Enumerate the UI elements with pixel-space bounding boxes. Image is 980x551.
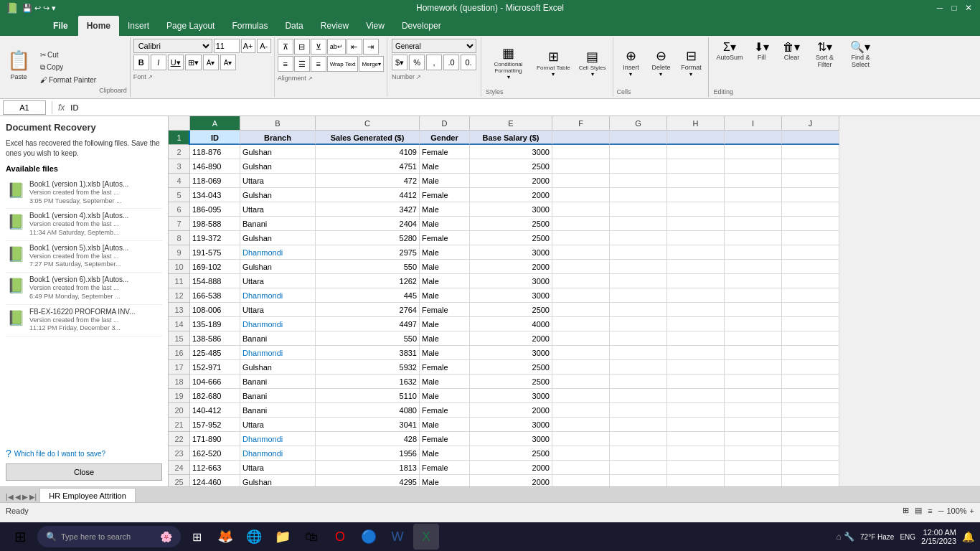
cell-1-J[interactable] [782,131,839,145]
cell-16-G[interactable] [610,346,667,360]
copy-button[interactable]: ⧉ Copy [37,62,99,73]
cell-20-H[interactable] [667,403,725,418]
cell-reference-input[interactable] [3,100,46,115]
cell-22-G[interactable] [610,432,667,446]
cell-23-E[interactable]: 2500 [470,446,552,461]
cell-5-D[interactable]: Female [420,188,470,202]
cell-3-F[interactable] [552,159,610,174]
cell-16-B[interactable]: Dhanmondi [240,346,316,360]
cell-22-B[interactable]: Dhanmondi [240,432,316,446]
font-color-button[interactable]: A▾ [220,55,236,70]
cell-21-H[interactable] [667,418,725,432]
cell-24-E[interactable]: 2000 [470,461,552,475]
cell-2-A[interactable]: 118-876 [190,145,240,159]
cell-24-J[interactable] [782,461,839,475]
cell-20-E[interactable]: 2000 [470,403,552,418]
cell-22-I[interactable] [725,432,782,446]
edge-btn[interactable]: 🌐 [241,524,267,550]
merge-center[interactable]: Merge▾ [359,56,384,72]
cell-10-G[interactable] [610,260,667,274]
cell-17-E[interactable]: 2500 [470,360,552,375]
col-header-b[interactable]: B [240,116,316,131]
cell-23-D[interactable]: Male [420,446,470,461]
firefox-btn[interactable]: 🦊 [212,524,238,550]
cell-6-E[interactable]: 3000 [470,202,552,217]
cell-7-B[interactable]: Banani [240,217,316,231]
cell-6-B[interactable]: Uttara [240,202,316,217]
comma-button[interactable]: , [426,55,442,70]
cell-25-F[interactable] [552,475,610,486]
cell-23-F[interactable] [552,446,610,461]
cell-18-H[interactable] [667,375,725,389]
cell-15-G[interactable] [610,331,667,346]
sheet-last-btn[interactable]: ▶| [29,493,37,501]
cell-18-I[interactable] [725,375,782,389]
excel-btn[interactable]: X [413,524,439,550]
doc-file-item[interactable]: 📗 FB-EX-16220 PROFORMA INV... Version cr… [6,305,162,336]
cell-8-D[interactable]: Female [420,231,470,245]
cell-6-F[interactable] [552,202,610,217]
underline-button[interactable]: U▾ [168,55,184,70]
cell-10-D[interactable]: Male [420,260,470,274]
cell-25-D[interactable]: Male [420,475,470,486]
cell-12-E[interactable]: 3000 [470,288,552,303]
cell-7-G[interactable] [610,217,667,231]
word-btn[interactable]: W [385,524,410,550]
cell-8-E[interactable]: 2500 [470,231,552,245]
italic-button[interactable]: I [151,55,166,70]
cell-17-C[interactable]: 5932 [316,360,420,375]
cell-13-E[interactable]: 2500 [470,303,552,317]
cell-1-F[interactable] [552,131,610,145]
sheet-first-btn[interactable]: |◀ [6,493,14,501]
cell-4-C[interactable]: 472 [316,174,420,188]
cell-14-A[interactable]: 135-189 [190,317,240,331]
cell-4-F[interactable] [552,174,610,188]
cell-14-I[interactable] [725,317,782,331]
cell-1-A[interactable]: ID [190,131,240,145]
cell-24-C[interactable]: 1813 [316,461,420,475]
font-size-input[interactable] [214,39,240,53]
format-dropdown[interactable]: ▾ [689,71,692,77]
maximize-btn[interactable]: □ [948,3,960,13]
cell-5-G[interactable] [610,188,667,202]
cell-20-F[interactable] [552,403,610,418]
cell-19-G[interactable] [610,389,667,403]
cell-25-A[interactable]: 124-460 [190,475,240,486]
cell-9-I[interactable] [725,245,782,260]
cell-4-G[interactable] [610,174,667,188]
autosum-button[interactable]: Σ▾ AutoSum [713,39,745,62]
cell-13-F[interactable] [552,303,610,317]
cell-10-J[interactable] [782,260,839,274]
cell-12-I[interactable] [725,288,782,303]
cell-17-G[interactable] [610,360,667,375]
insert-dropdown[interactable]: ▾ [629,71,632,77]
cell-5-J[interactable] [782,188,839,202]
cell-21-J[interactable] [782,418,839,432]
doc-recovery-help-link[interactable]: ? Which file do I want to save? [6,448,162,459]
cell-15-I[interactable] [725,331,782,346]
cell-19-A[interactable]: 182-680 [190,389,240,403]
currency-button[interactable]: $▾ [392,55,407,70]
cell-11-E[interactable]: 3000 [470,274,552,288]
cell-3-D[interactable]: Male [420,159,470,174]
cell-24-I[interactable] [725,461,782,475]
cell-12-D[interactable]: Male [420,288,470,303]
cell-24-D[interactable]: Female [420,461,470,475]
bold-button[interactable]: B [133,55,149,70]
start-button[interactable]: ⊞ [6,525,34,548]
cell-3-I[interactable] [725,159,782,174]
cell-9-D[interactable]: Male [420,245,470,260]
cell-17-A[interactable]: 152-971 [190,360,240,375]
tab-review[interactable]: Review [312,16,357,36]
tab-view[interactable]: View [357,16,393,36]
sheet-next-btn[interactable]: ▶ [22,493,28,501]
cell-4-D[interactable]: Male [420,174,470,188]
cell-19-J[interactable] [782,389,839,403]
cell-11-F[interactable] [552,274,610,288]
store-btn[interactable]: 🛍 [298,524,324,550]
cell-15-F[interactable] [552,331,610,346]
cell-5-A[interactable]: 134-043 [190,188,240,202]
cell-9-G[interactable] [610,245,667,260]
cell-10-F[interactable] [552,260,610,274]
cell-15-H[interactable] [667,331,725,346]
